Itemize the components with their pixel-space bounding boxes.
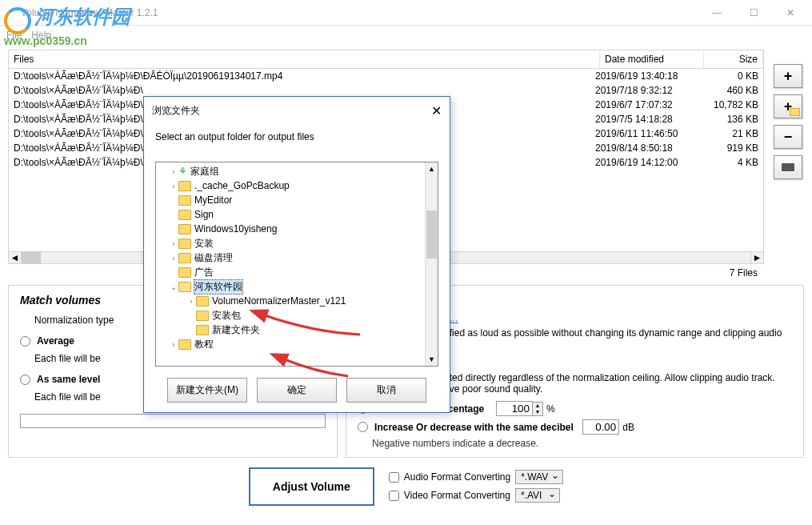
scroll-left-icon[interactable]: ◄ (9, 252, 22, 263)
tree-item-label: MyEditor (194, 194, 232, 206)
adjust-volume-button[interactable]: Adjust Volume (249, 467, 374, 506)
audio-format-combo[interactable]: *.WAV (515, 470, 563, 484)
dialog-message: Select an output folder for output files (155, 131, 438, 142)
percentage-input[interactable] (496, 401, 533, 416)
tree-item[interactable]: ›磁盘清理 (158, 250, 436, 265)
col-date[interactable]: Date modified (600, 50, 704, 68)
tree-item[interactable]: Windows10yisheng (158, 222, 436, 236)
tree-item-label: 教程 (194, 338, 214, 351)
radio-same-level[interactable] (20, 375, 30, 385)
file-size: 919 KB (699, 142, 758, 154)
radio-same-label: As same level (37, 372, 100, 387)
tree-item-label: ._cache_GoPcBackup (194, 180, 290, 191)
clear-button[interactable] (774, 155, 802, 179)
scroll-down-icon[interactable]: ▼ (426, 353, 438, 366)
minimize-button[interactable]: — (698, 1, 735, 25)
folder-icon (178, 224, 191, 234)
caret-icon[interactable]: ⌄ (169, 283, 178, 291)
plus-icon: + (784, 68, 793, 85)
maximize-button[interactable]: ☐ (735, 1, 772, 25)
file-size: 10,782 KB (699, 99, 758, 110)
file-size: 4 KB (699, 157, 758, 168)
caret-icon[interactable]: › (169, 182, 178, 190)
radio-decibel-label: Increase Or decrease with the same decib… (374, 422, 574, 433)
dialog-title: 浏览文件夹 (152, 104, 431, 118)
tree-item-label: 安装包 (212, 309, 241, 323)
tree-item[interactable]: 新建文件夹 (158, 323, 436, 337)
ok-button[interactable]: 确定 (257, 378, 337, 403)
radio-decibel[interactable] (358, 422, 368, 432)
caret-icon[interactable]: › (186, 297, 196, 306)
scroll-up-icon[interactable]: ▲ (426, 162, 438, 175)
tree-item-label: 新建文件夹 (212, 323, 260, 337)
scroll-thumb[interactable] (22, 252, 41, 263)
add-file-button[interactable]: + (774, 64, 802, 88)
col-size[interactable]: Size (704, 50, 763, 68)
file-size: 0 KB (699, 70, 758, 82)
caret-icon[interactable]: › (169, 340, 178, 349)
file-date: 2019/7/5 14:18:28 (595, 114, 699, 125)
scroll-right-icon[interactable]: ► (750, 252, 763, 263)
tree-item[interactable]: ›VolumeNormalizerMaster_v121 (158, 294, 436, 308)
file-path: D:\tools\×ÀÃæ\ÐÂ½¨ÎÄ¼þ¼Ð\ (14, 85, 595, 96)
window-title: Volume Normalizer Master 1.2.1 (21, 7, 698, 18)
caret-icon[interactable]: › (169, 167, 178, 176)
caret-icon[interactable]: › (169, 254, 178, 262)
tree-item[interactable]: Sign (158, 207, 436, 222)
radio-average[interactable] (20, 336, 30, 347)
file-date: 2019/6/19 14:12:00 (595, 157, 699, 168)
tree-item[interactable]: ›安装 (158, 236, 436, 250)
folder-icon (196, 311, 209, 321)
minus-icon: − (784, 129, 793, 146)
folder-icon (178, 238, 191, 249)
file-date: 2019/6/19 13:40:18 (595, 70, 699, 82)
tree-item-label: 广告 (194, 266, 214, 279)
folder-icon (178, 282, 191, 292)
folder-icon (178, 267, 191, 278)
remove-file-button[interactable]: − (774, 125, 802, 149)
checkbox-video-convert[interactable] (389, 491, 399, 501)
app-icon (3, 6, 16, 19)
tree-item-label: 安装 (194, 237, 214, 250)
percentage-stepper[interactable]: ▲▼ (532, 402, 543, 416)
checkbox-audio-convert[interactable] (389, 472, 399, 483)
tree-item[interactable]: ›._cache_GoPcBackup (158, 178, 436, 193)
menu-file[interactable]: File (6, 30, 22, 41)
files-header: Files Date modified Size (8, 50, 764, 69)
menu-help[interactable]: Help (31, 30, 51, 41)
tree-item-label: VolumeNormalizerMaster_v121 (212, 295, 346, 307)
new-folder-button[interactable]: 新建文件夹(M) (167, 378, 247, 403)
audio-convert-label: Audio Format Converting (404, 471, 510, 483)
caret-icon[interactable]: › (169, 239, 178, 248)
decibel-input[interactable] (582, 419, 619, 435)
video-convert-label: Video Format Converting (404, 490, 510, 501)
cancel-button[interactable]: 取消 (346, 378, 426, 403)
add-folder-button[interactable]: + (774, 94, 802, 118)
folder-tree[interactable]: ›⚘家庭组›._cache_GoPcBackupMyEditorSignWind… (155, 162, 438, 367)
folder-icon (178, 210, 191, 220)
tree-item[interactable]: 安装包 (158, 308, 436, 323)
video-format-combo[interactable]: *.AVI (515, 488, 560, 503)
radio-average-label: Average (37, 334, 74, 348)
tree-item[interactable]: ⌄河东软件园 (158, 279, 436, 294)
tree-scroll-thumb[interactable] (426, 210, 437, 258)
tree-scrollbar[interactable]: ▲ ▼ (425, 162, 438, 366)
file-date: 2019/6/7 17:07:32 (595, 99, 699, 110)
level-input[interactable] (20, 414, 326, 428)
browse-folder-dialog: 浏览文件夹 ✕ Select an output folder for outp… (143, 96, 450, 413)
file-size: 460 KB (699, 85, 758, 96)
tree-item[interactable]: ›教程 (158, 337, 436, 351)
dialog-close-button[interactable]: ✕ (431, 103, 442, 118)
close-button[interactable]: ✕ (772, 1, 809, 25)
col-files[interactable]: Files (9, 50, 600, 68)
tree-item[interactable]: ›⚘家庭组 (158, 164, 436, 178)
file-path: D:\tools\×ÀÃæ\ÐÂ½¨ÎÄ¼þ¼Ð\ÐÂÉÓÏµµ\2019061… (14, 70, 595, 82)
folder-icon (196, 296, 209, 307)
file-date: 2019/8/14 8:50:18 (595, 142, 699, 154)
tree-item-label: Sign (194, 209, 214, 220)
pct-unit: % (546, 403, 555, 415)
tree-item[interactable]: 广告 (158, 265, 436, 279)
tree-item[interactable]: MyEditor (158, 193, 436, 207)
tree-item-label: 河东软件园 (194, 280, 242, 294)
file-row[interactable]: D:\tools\×ÀÃæ\ÐÂ½¨ÎÄ¼þ¼Ð\ÐÂÉÓÏµµ\2019061… (9, 69, 763, 83)
